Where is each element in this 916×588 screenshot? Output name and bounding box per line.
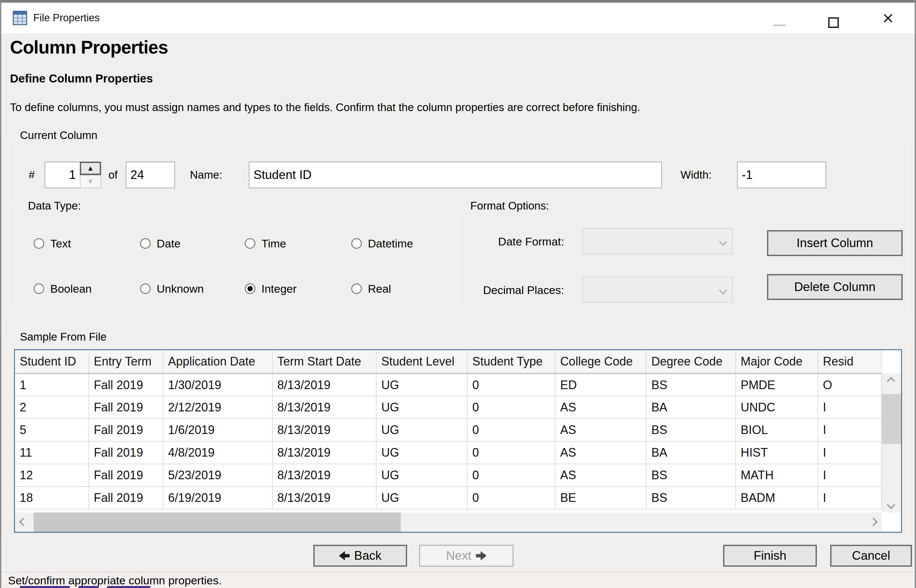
column-header[interactable]: Term Start Date bbox=[272, 350, 376, 373]
radio-integer[interactable]: Integer bbox=[245, 283, 351, 295]
radio-boolean[interactable]: Boolean bbox=[34, 283, 140, 295]
spinner-up-button[interactable]: ▲ bbox=[80, 162, 101, 175]
radio-datetime[interactable]: Datetime bbox=[351, 237, 439, 250]
vertical-scrollbar[interactable] bbox=[882, 373, 901, 512]
sample-legend: Sample From File bbox=[17, 331, 110, 343]
column-header[interactable]: College Code bbox=[555, 350, 646, 373]
page-subtitle: Define Column Properties bbox=[10, 72, 153, 85]
table-cell: 0 bbox=[467, 419, 555, 441]
radio-label: Boolean bbox=[50, 283, 92, 295]
data-type-legend: Data Type: bbox=[24, 200, 84, 212]
table-cell: I bbox=[818, 419, 881, 441]
table-cell: 8/13/2019 bbox=[272, 441, 376, 464]
back-button[interactable]: Back bbox=[313, 545, 407, 567]
format-options-legend: Format Options: bbox=[467, 200, 553, 212]
decimal-places-select bbox=[582, 277, 733, 303]
table-cell: UG bbox=[376, 419, 467, 441]
scroll-right-icon[interactable] bbox=[869, 517, 877, 526]
column-index-field[interactable] bbox=[45, 162, 81, 188]
table-cell: 6/19/2019 bbox=[163, 486, 272, 509]
background-window-fragment bbox=[20, 586, 150, 588]
radio-label: Real bbox=[368, 283, 391, 295]
column-header[interactable]: Major Code bbox=[736, 350, 818, 373]
table-cell: 0 bbox=[467, 396, 555, 419]
column-name-field[interactable] bbox=[249, 162, 662, 188]
table-cell: 8/13/2019 bbox=[272, 373, 376, 396]
radio-real[interactable]: Real bbox=[351, 283, 439, 295]
name-label: Name: bbox=[190, 162, 222, 188]
spinner-down-button: ▼ bbox=[80, 175, 101, 188]
table-cell: BIOL bbox=[736, 419, 818, 441]
insert-column-button[interactable]: Insert Column bbox=[767, 230, 903, 256]
spinner-down-icon: ▼ bbox=[81, 176, 100, 187]
scroll-up-icon[interactable] bbox=[887, 377, 895, 385]
title-bar: File Properties × bbox=[1, 3, 915, 33]
column-header[interactable]: Student Type bbox=[467, 350, 555, 373]
page-title: Column Properties bbox=[10, 37, 168, 58]
table-cell: 11 bbox=[15, 441, 89, 464]
radio-label: Unknown bbox=[157, 283, 204, 295]
table-cell: 5/23/2019 bbox=[163, 464, 272, 486]
sample-from-file-group: Sample From File Student IDEntry TermApp… bbox=[6, 338, 910, 538]
table-cell: ED bbox=[555, 373, 646, 396]
table-cell: I bbox=[818, 441, 881, 464]
current-column-row: # ▲ ▼ of Name: Width: bbox=[7, 162, 909, 188]
column-header[interactable]: Student ID bbox=[15, 350, 89, 373]
close-button[interactable]: × bbox=[877, 3, 899, 33]
format-options-group: Format Options: Date Format: Decimal Pla… bbox=[457, 207, 745, 311]
table-cell: 8/13/2019 bbox=[272, 486, 376, 509]
table-cell: 8/13/2019 bbox=[272, 396, 376, 419]
scroll-left-icon[interactable] bbox=[19, 517, 27, 526]
spinner-up-icon: ▲ bbox=[81, 163, 100, 173]
table-cell: UNDC bbox=[736, 396, 818, 419]
table-cell: Fall 2019 bbox=[89, 464, 163, 486]
table-icon bbox=[13, 11, 27, 25]
table-cell: 0 bbox=[467, 486, 555, 509]
radio-label: Datetime bbox=[368, 237, 413, 250]
sample-table-frame: Student IDEntry TermApplication DateTerm… bbox=[14, 349, 902, 533]
maximize-button[interactable] bbox=[822, 3, 845, 33]
vertical-scrollbar-thumb[interactable] bbox=[882, 394, 901, 444]
table-cell: I bbox=[818, 486, 881, 509]
table-cell: AS bbox=[555, 441, 646, 464]
column-header[interactable]: Student Level bbox=[376, 350, 467, 373]
delete-column-button[interactable]: Delete Column bbox=[767, 274, 903, 300]
finish-button[interactable]: Finish bbox=[723, 545, 817, 567]
table-cell: 2/12/2019 bbox=[163, 396, 272, 419]
horizontal-scrollbar[interactable] bbox=[15, 512, 882, 532]
table-cell: AS bbox=[555, 419, 646, 441]
total-columns-field[interactable] bbox=[126, 162, 175, 188]
radio-icon bbox=[245, 238, 255, 249]
table-cell: I bbox=[818, 464, 881, 486]
scroll-down-icon[interactable] bbox=[887, 501, 895, 509]
radio-icon bbox=[34, 238, 44, 249]
current-column-legend: Current Column bbox=[17, 129, 101, 142]
column-header[interactable]: Application Date bbox=[163, 350, 272, 373]
dropdown-chevron-icon bbox=[719, 237, 727, 246]
horizontal-scrollbar-thumb[interactable] bbox=[34, 512, 401, 532]
table-cell: 8/13/2019 bbox=[272, 464, 376, 486]
table-cell: BE bbox=[555, 486, 646, 509]
cancel-button[interactable]: Cancel bbox=[830, 545, 912, 567]
column-header[interactable]: Resid bbox=[818, 350, 881, 373]
table-cell: 8/13/2019 bbox=[272, 419, 376, 441]
radio-unknown[interactable]: Unknown bbox=[140, 283, 245, 295]
table-row: 1Fall 20191/30/20198/13/2019UG0EDBSPMDEO bbox=[15, 373, 881, 396]
decimal-places-label: Decimal Places: bbox=[464, 277, 564, 303]
page-description: To define columns, you must assign names… bbox=[10, 101, 640, 114]
table-cell: 5 bbox=[15, 419, 89, 441]
column-width-field[interactable] bbox=[737, 162, 826, 188]
table-cell: 0 bbox=[467, 464, 555, 486]
radio-time[interactable]: Time bbox=[245, 237, 351, 250]
table-cell: MATH bbox=[736, 464, 818, 486]
data-type-group: Data Type: TextDateTimeDatetimeBooleanUn… bbox=[15, 207, 446, 311]
table-cell: 2 bbox=[15, 396, 89, 419]
radio-text[interactable]: Text bbox=[34, 237, 140, 250]
table-cell: BS bbox=[646, 373, 736, 396]
radio-date[interactable]: Date bbox=[140, 237, 245, 250]
column-header[interactable]: Degree Code bbox=[646, 350, 736, 373]
column-header[interactable]: Entry Term bbox=[89, 350, 163, 373]
radio-icon bbox=[245, 283, 255, 294]
radio-label: Time bbox=[262, 237, 286, 250]
table-cell: UG bbox=[376, 441, 467, 464]
